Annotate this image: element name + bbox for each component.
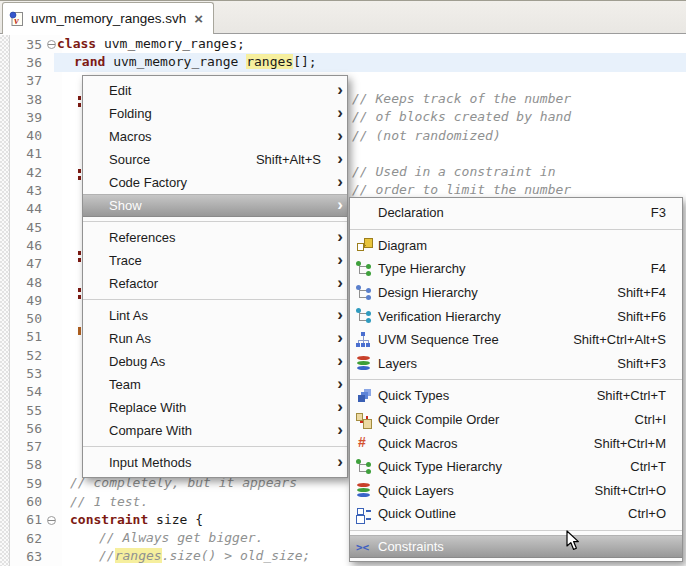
code-line-61: constraint size {	[70, 511, 203, 529]
submenu-item[interactable]: UVM Sequence Tree Shift+Ctrl+Alt+S	[350, 328, 682, 352]
menu-item[interactable]: Folding	[83, 102, 347, 125]
menu-item[interactable]: Compare With	[83, 419, 347, 442]
submenu-item[interactable]: Design Hierarchy Shift+F4	[350, 281, 682, 305]
menu-item-label: Lint As	[109, 308, 321, 323]
submenu-item-icon	[356, 261, 373, 277]
menu-item[interactable]: Replace With	[83, 396, 347, 419]
menu-item[interactable]: References	[83, 226, 347, 249]
submenu-item-shortcut: Shift+Ctrl+M	[594, 436, 666, 451]
submenu-item-icon	[356, 459, 373, 475]
menu-item	[83, 217, 347, 226]
submenu-item[interactable]: Quick Compile Order Ctrl+I	[350, 408, 682, 432]
code-text: size {	[148, 512, 203, 527]
submenu-item[interactable]: Quick Type Hierarchy Ctrl+T	[350, 455, 682, 479]
submenu-item[interactable]: Declaration F3	[350, 201, 682, 225]
submenu-item-shortcut: Shift+Ctrl+T	[597, 388, 666, 403]
gutter-row: 43	[10, 181, 62, 199]
submenu-item[interactable]: Quick Layers Shift+Ctrl+O	[350, 479, 682, 503]
menu-item[interactable]: Debug As	[83, 350, 347, 373]
submenu-arrow-icon	[329, 455, 343, 470]
menu-item[interactable]: Code Factory	[83, 171, 347, 194]
submenu-item[interactable]: Quick Outline Ctrl+O	[350, 502, 682, 526]
submenu-item[interactable]: Constraints	[350, 535, 682, 559]
gutter-row: 48	[10, 273, 62, 291]
submenu-item[interactable]: Layers Shift+F3	[350, 352, 682, 376]
occurrence-highlight: ranges	[115, 548, 162, 563]
submenu-item-label: Quick Types	[378, 388, 597, 403]
submenu-arrow-icon	[329, 354, 343, 369]
tab-title: uvm_memory_ranges.svh	[31, 11, 186, 26]
tab-uvm-memory-ranges[interactable]: v uvm_memory_ranges.svh ×	[2, 2, 214, 34]
submenu-arrow-icon	[329, 175, 343, 190]
submenu-item[interactable]: Verification Hierarchy Shift+F6	[350, 304, 682, 328]
menu-item[interactable]: Edit	[83, 79, 347, 102]
menu-item-label: Replace With	[109, 400, 321, 415]
submenu-item[interactable]: Quick Macros Shift+Ctrl+M	[350, 431, 682, 455]
gutter-row: 56	[10, 419, 62, 437]
submenu-arrow-icon	[329, 331, 343, 346]
menu-item[interactable]: Macros	[83, 125, 347, 148]
menu-item[interactable]: Show	[83, 194, 347, 217]
submenu-item-icon	[356, 506, 373, 522]
code-line-36: rand uvm_memory_range ranges[];	[74, 53, 317, 71]
submenu-item-label: UVM Sequence Tree	[378, 332, 573, 347]
menu-item[interactable]: Source Shift+Alt+S	[83, 148, 347, 171]
submenu-arrow-icon	[329, 308, 343, 323]
gutter-row: 58	[10, 456, 62, 474]
submenu-item-label: Quick Type Hierarchy	[378, 459, 630, 474]
submenu-item[interactable]: Quick Types Shift+Ctrl+T	[350, 384, 682, 408]
marker-ruler[interactable]	[0, 35, 10, 566]
menu-item[interactable]: Trace	[83, 249, 347, 272]
gutter-row: 53	[10, 364, 62, 382]
menu-item-label: Debug As	[109, 354, 321, 369]
submenu-item[interactable]: Type Hierarchy F4	[350, 257, 682, 281]
submenu-item-shortcut: F3	[651, 205, 666, 220]
submenu-arrow-icon	[329, 198, 343, 213]
code-line-40: // (not randomized)	[352, 127, 501, 145]
gutter-row: 52	[10, 346, 62, 364]
gutter-row: 41	[10, 145, 62, 163]
gutter-row: 37	[10, 72, 62, 90]
submenu-item-icon	[356, 412, 373, 428]
systemverilog-file-icon: v	[9, 11, 25, 27]
submenu-arrow-icon	[329, 276, 343, 291]
submenu-item-icon	[356, 332, 373, 348]
submenu-item-shortcut: Ctrl+O	[628, 506, 666, 521]
submenu-item-icon	[356, 285, 373, 301]
menu-item-label: Source	[109, 152, 256, 167]
line-number: 48	[10, 275, 42, 290]
line-number: 42	[10, 165, 42, 180]
line-number-gutter[interactable]: 35 36 37 38 39	[10, 35, 62, 566]
editor-tab-bar: v uvm_memory_ranges.svh ×	[0, 0, 686, 34]
menu-item-label: Edit	[109, 83, 321, 98]
line-number: 36	[10, 55, 42, 70]
menu-item[interactable]: Input Methods	[83, 451, 347, 474]
line-number: 55	[10, 403, 42, 418]
code-line-39: // of blocks created by hand	[352, 108, 571, 126]
menu-item[interactable]: Team	[83, 373, 347, 396]
line-number: 60	[10, 494, 42, 509]
line-number: 52	[10, 348, 42, 363]
submenu-item	[350, 225, 682, 234]
menu-item-label: Folding	[109, 106, 321, 121]
fold-marker-icon[interactable]	[42, 511, 60, 529]
gutter-row: 54	[10, 383, 62, 401]
gutter-row: 45	[10, 218, 62, 236]
line-number: 53	[10, 366, 42, 381]
code-line-42: // Used in a constraint in	[352, 163, 556, 181]
line-number: 61	[10, 512, 42, 527]
menu-item-label: Macros	[109, 129, 321, 144]
submenu-arrow-icon	[329, 106, 343, 121]
menu-item[interactable]: Refactor	[83, 272, 347, 295]
mouse-cursor	[566, 530, 582, 552]
submenu-item[interactable]: Diagram	[350, 234, 682, 258]
submenu-arrow-icon	[329, 253, 343, 268]
menu-item[interactable]: Run As	[83, 327, 347, 350]
submenu-item-label: Verification Hierarchy	[378, 309, 617, 324]
gutter-row: 57	[10, 438, 62, 456]
tab-close-icon[interactable]: ×	[194, 12, 203, 26]
hidden-code-sliver	[78, 169, 81, 173]
code-line-60: // 1 test.	[70, 493, 148, 511]
line-number: 63	[10, 549, 42, 564]
menu-item[interactable]: Lint As	[83, 304, 347, 327]
